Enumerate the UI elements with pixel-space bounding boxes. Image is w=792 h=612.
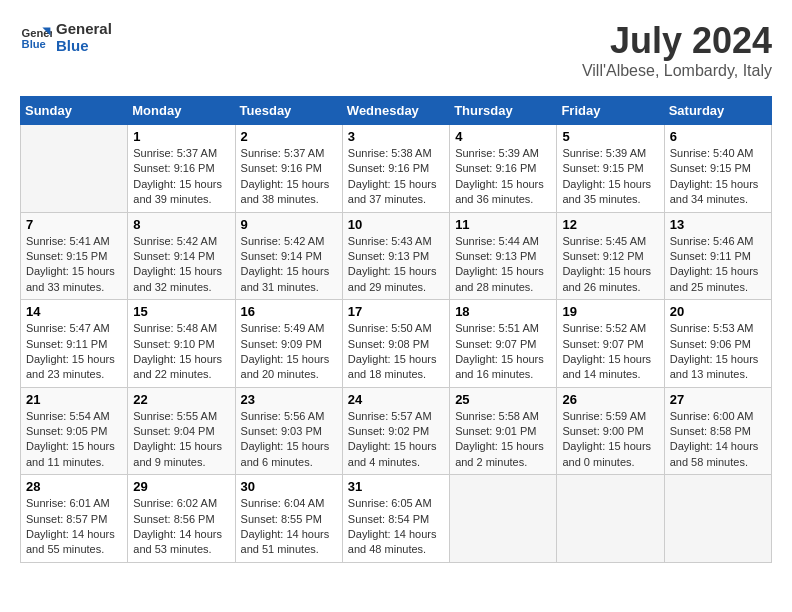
calendar-cell: 1Sunrise: 5:37 AM Sunset: 9:16 PM Daylig… bbox=[128, 125, 235, 213]
day-number: 28 bbox=[26, 479, 122, 494]
weekday-header-friday: Friday bbox=[557, 97, 664, 125]
calendar-cell: 22Sunrise: 5:55 AM Sunset: 9:04 PM Dayli… bbox=[128, 387, 235, 475]
location: Vill'Albese, Lombardy, Italy bbox=[582, 62, 772, 80]
calendar-cell bbox=[450, 475, 557, 563]
day-info: Sunrise: 5:57 AM Sunset: 9:02 PM Dayligh… bbox=[348, 409, 444, 471]
day-number: 10 bbox=[348, 217, 444, 232]
weekday-header-sunday: Sunday bbox=[21, 97, 128, 125]
day-info: Sunrise: 5:53 AM Sunset: 9:06 PM Dayligh… bbox=[670, 321, 766, 383]
logo-blue: Blue bbox=[56, 37, 112, 54]
calendar-week-5: 28Sunrise: 6:01 AM Sunset: 8:57 PM Dayli… bbox=[21, 475, 772, 563]
day-info: Sunrise: 5:58 AM Sunset: 9:01 PM Dayligh… bbox=[455, 409, 551, 471]
day-info: Sunrise: 5:46 AM Sunset: 9:11 PM Dayligh… bbox=[670, 234, 766, 296]
day-number: 21 bbox=[26, 392, 122, 407]
day-number: 9 bbox=[241, 217, 337, 232]
calendar-cell: 7Sunrise: 5:41 AM Sunset: 9:15 PM Daylig… bbox=[21, 212, 128, 300]
day-number: 20 bbox=[670, 304, 766, 319]
calendar-cell: 9Sunrise: 5:42 AM Sunset: 9:14 PM Daylig… bbox=[235, 212, 342, 300]
calendar-cell: 12Sunrise: 5:45 AM Sunset: 9:12 PM Dayli… bbox=[557, 212, 664, 300]
day-number: 12 bbox=[562, 217, 658, 232]
day-info: Sunrise: 6:02 AM Sunset: 8:56 PM Dayligh… bbox=[133, 496, 229, 558]
day-number: 1 bbox=[133, 129, 229, 144]
day-info: Sunrise: 5:40 AM Sunset: 9:15 PM Dayligh… bbox=[670, 146, 766, 208]
svg-text:Blue: Blue bbox=[22, 38, 46, 50]
day-number: 14 bbox=[26, 304, 122, 319]
calendar-cell: 30Sunrise: 6:04 AM Sunset: 8:55 PM Dayli… bbox=[235, 475, 342, 563]
calendar-cell: 29Sunrise: 6:02 AM Sunset: 8:56 PM Dayli… bbox=[128, 475, 235, 563]
day-info: Sunrise: 5:37 AM Sunset: 9:16 PM Dayligh… bbox=[133, 146, 229, 208]
day-info: Sunrise: 5:43 AM Sunset: 9:13 PM Dayligh… bbox=[348, 234, 444, 296]
day-number: 19 bbox=[562, 304, 658, 319]
calendar-cell bbox=[557, 475, 664, 563]
calendar-cell: 8Sunrise: 5:42 AM Sunset: 9:14 PM Daylig… bbox=[128, 212, 235, 300]
day-info: Sunrise: 5:37 AM Sunset: 9:16 PM Dayligh… bbox=[241, 146, 337, 208]
day-info: Sunrise: 5:39 AM Sunset: 9:15 PM Dayligh… bbox=[562, 146, 658, 208]
day-number: 22 bbox=[133, 392, 229, 407]
calendar-cell: 16Sunrise: 5:49 AM Sunset: 9:09 PM Dayli… bbox=[235, 300, 342, 388]
calendar-cell: 21Sunrise: 5:54 AM Sunset: 9:05 PM Dayli… bbox=[21, 387, 128, 475]
calendar-cell: 18Sunrise: 5:51 AM Sunset: 9:07 PM Dayli… bbox=[450, 300, 557, 388]
logo: General Blue General Blue bbox=[20, 20, 112, 54]
calendar-cell: 6Sunrise: 5:40 AM Sunset: 9:15 PM Daylig… bbox=[664, 125, 771, 213]
day-number: 17 bbox=[348, 304, 444, 319]
calendar-cell: 23Sunrise: 5:56 AM Sunset: 9:03 PM Dayli… bbox=[235, 387, 342, 475]
day-info: Sunrise: 5:45 AM Sunset: 9:12 PM Dayligh… bbox=[562, 234, 658, 296]
day-info: Sunrise: 5:51 AM Sunset: 9:07 PM Dayligh… bbox=[455, 321, 551, 383]
day-number: 16 bbox=[241, 304, 337, 319]
calendar-week-3: 14Sunrise: 5:47 AM Sunset: 9:11 PM Dayli… bbox=[21, 300, 772, 388]
calendar-cell: 10Sunrise: 5:43 AM Sunset: 9:13 PM Dayli… bbox=[342, 212, 449, 300]
day-info: Sunrise: 5:39 AM Sunset: 9:16 PM Dayligh… bbox=[455, 146, 551, 208]
day-info: Sunrise: 5:48 AM Sunset: 9:10 PM Dayligh… bbox=[133, 321, 229, 383]
day-number: 26 bbox=[562, 392, 658, 407]
weekday-header-thursday: Thursday bbox=[450, 97, 557, 125]
day-number: 18 bbox=[455, 304, 551, 319]
day-number: 24 bbox=[348, 392, 444, 407]
calendar-week-4: 21Sunrise: 5:54 AM Sunset: 9:05 PM Dayli… bbox=[21, 387, 772, 475]
day-number: 8 bbox=[133, 217, 229, 232]
calendar-cell: 15Sunrise: 5:48 AM Sunset: 9:10 PM Dayli… bbox=[128, 300, 235, 388]
day-number: 31 bbox=[348, 479, 444, 494]
weekday-header-saturday: Saturday bbox=[664, 97, 771, 125]
calendar-week-1: 1Sunrise: 5:37 AM Sunset: 9:16 PM Daylig… bbox=[21, 125, 772, 213]
day-number: 29 bbox=[133, 479, 229, 494]
weekday-header-row: SundayMondayTuesdayWednesdayThursdayFrid… bbox=[21, 97, 772, 125]
calendar-cell: 3Sunrise: 5:38 AM Sunset: 9:16 PM Daylig… bbox=[342, 125, 449, 213]
calendar-cell: 31Sunrise: 6:05 AM Sunset: 8:54 PM Dayli… bbox=[342, 475, 449, 563]
day-number: 30 bbox=[241, 479, 337, 494]
calendar-cell: 26Sunrise: 5:59 AM Sunset: 9:00 PM Dayli… bbox=[557, 387, 664, 475]
day-info: Sunrise: 5:49 AM Sunset: 9:09 PM Dayligh… bbox=[241, 321, 337, 383]
day-info: Sunrise: 5:54 AM Sunset: 9:05 PM Dayligh… bbox=[26, 409, 122, 471]
day-info: Sunrise: 5:59 AM Sunset: 9:00 PM Dayligh… bbox=[562, 409, 658, 471]
weekday-header-wednesday: Wednesday bbox=[342, 97, 449, 125]
calendar-table: SundayMondayTuesdayWednesdayThursdayFrid… bbox=[20, 96, 772, 563]
day-number: 15 bbox=[133, 304, 229, 319]
day-info: Sunrise: 5:42 AM Sunset: 9:14 PM Dayligh… bbox=[241, 234, 337, 296]
calendar-cell: 2Sunrise: 5:37 AM Sunset: 9:16 PM Daylig… bbox=[235, 125, 342, 213]
day-number: 25 bbox=[455, 392, 551, 407]
calendar-cell: 24Sunrise: 5:57 AM Sunset: 9:02 PM Dayli… bbox=[342, 387, 449, 475]
calendar-cell bbox=[21, 125, 128, 213]
calendar-week-2: 7Sunrise: 5:41 AM Sunset: 9:15 PM Daylig… bbox=[21, 212, 772, 300]
day-number: 6 bbox=[670, 129, 766, 144]
day-info: Sunrise: 6:05 AM Sunset: 8:54 PM Dayligh… bbox=[348, 496, 444, 558]
page-header: General Blue General Blue July 2024 Vill… bbox=[20, 20, 772, 80]
day-number: 11 bbox=[455, 217, 551, 232]
calendar-body: 1Sunrise: 5:37 AM Sunset: 9:16 PM Daylig… bbox=[21, 125, 772, 563]
day-number: 5 bbox=[562, 129, 658, 144]
day-info: Sunrise: 5:50 AM Sunset: 9:08 PM Dayligh… bbox=[348, 321, 444, 383]
calendar-cell: 5Sunrise: 5:39 AM Sunset: 9:15 PM Daylig… bbox=[557, 125, 664, 213]
weekday-header-tuesday: Tuesday bbox=[235, 97, 342, 125]
day-number: 27 bbox=[670, 392, 766, 407]
day-info: Sunrise: 5:44 AM Sunset: 9:13 PM Dayligh… bbox=[455, 234, 551, 296]
calendar-cell: 27Sunrise: 6:00 AM Sunset: 8:58 PM Dayli… bbox=[664, 387, 771, 475]
day-info: Sunrise: 5:47 AM Sunset: 9:11 PM Dayligh… bbox=[26, 321, 122, 383]
weekday-header-monday: Monday bbox=[128, 97, 235, 125]
day-info: Sunrise: 5:52 AM Sunset: 9:07 PM Dayligh… bbox=[562, 321, 658, 383]
month-title: July 2024 bbox=[582, 20, 772, 62]
calendar-cell: 28Sunrise: 6:01 AM Sunset: 8:57 PM Dayli… bbox=[21, 475, 128, 563]
calendar-cell: 25Sunrise: 5:58 AM Sunset: 9:01 PM Dayli… bbox=[450, 387, 557, 475]
logo-icon: General Blue bbox=[20, 21, 52, 53]
calendar-cell: 20Sunrise: 5:53 AM Sunset: 9:06 PM Dayli… bbox=[664, 300, 771, 388]
calendar-cell: 4Sunrise: 5:39 AM Sunset: 9:16 PM Daylig… bbox=[450, 125, 557, 213]
day-info: Sunrise: 6:00 AM Sunset: 8:58 PM Dayligh… bbox=[670, 409, 766, 471]
